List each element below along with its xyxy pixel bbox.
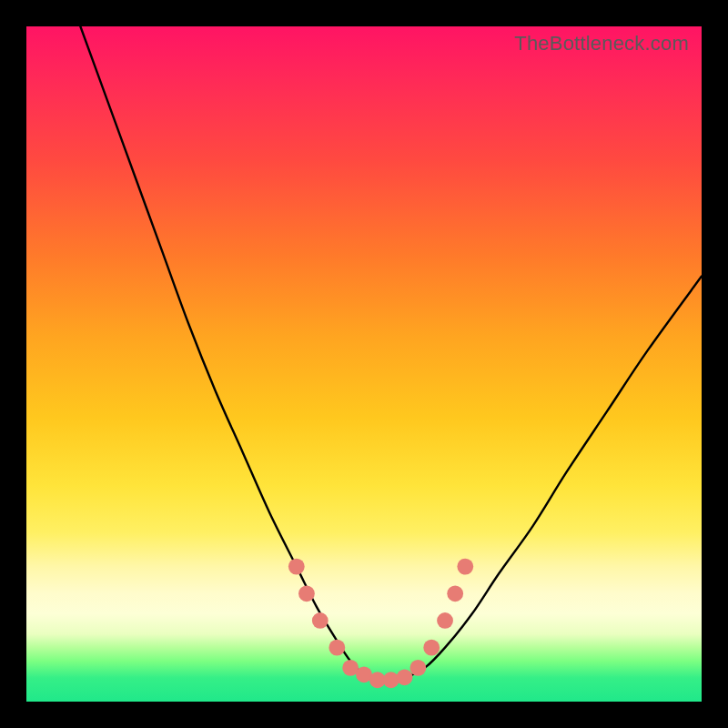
highlight-point [342, 660, 359, 676]
highlight-point [312, 612, 329, 629]
highlight-point [423, 640, 440, 656]
plot-area: TheBottleneck.com [26, 26, 702, 702]
highlight-point [383, 672, 399, 688]
highlight-point [437, 612, 453, 629]
highlight-point [329, 640, 345, 656]
bottleneck-curve [80, 26, 702, 682]
highlight-point [457, 559, 473, 575]
highlight-point [447, 585, 463, 602]
highlight-point [288, 559, 305, 575]
highlight-point [298, 585, 315, 602]
highlight-point [410, 660, 426, 676]
chart-frame: TheBottleneck.com [0, 0, 728, 728]
watermark-text: TheBottleneck.com [514, 32, 689, 56]
highlight-point [397, 669, 413, 685]
highlight-point [369, 672, 386, 688]
curve-layer [26, 26, 702, 702]
highlight-point [356, 666, 372, 682]
highlight-points [288, 559, 473, 688]
